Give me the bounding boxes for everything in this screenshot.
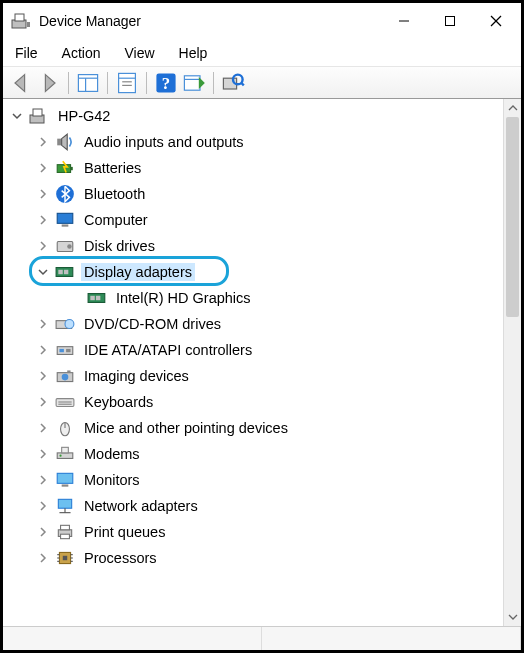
action-button[interactable] bbox=[182, 71, 206, 95]
tree-item[interactable]: Monitors bbox=[3, 467, 503, 493]
toolbar-separator bbox=[68, 72, 69, 94]
toolbar-separator bbox=[146, 72, 147, 94]
tree-item-label: Keyboards bbox=[81, 393, 156, 411]
vertical-scrollbar[interactable] bbox=[503, 99, 521, 626]
chevron-right-icon[interactable] bbox=[35, 550, 51, 566]
window-controls bbox=[381, 6, 519, 36]
tree-item[interactable]: Audio inputs and outputs bbox=[3, 129, 503, 155]
monitor-blue-icon bbox=[55, 211, 75, 229]
monitor-icon bbox=[55, 471, 75, 489]
tree-item[interactable]: Bluetooth bbox=[3, 181, 503, 207]
show-hide-console-tree-button[interactable] bbox=[76, 71, 100, 95]
optical-icon bbox=[55, 315, 75, 333]
scroll-up-button[interactable] bbox=[504, 99, 521, 117]
chevron-right-icon[interactable] bbox=[35, 342, 51, 358]
titlebar: Device Manager bbox=[3, 3, 521, 39]
speaker-icon bbox=[55, 133, 75, 151]
camera-icon bbox=[55, 367, 75, 385]
chevron-right-icon[interactable] bbox=[35, 186, 51, 202]
menu-help[interactable]: Help bbox=[167, 41, 220, 65]
cpu-icon bbox=[55, 549, 75, 567]
svg-rect-7 bbox=[78, 74, 97, 91]
scroll-down-button[interactable] bbox=[504, 608, 521, 626]
chevron-down-icon[interactable] bbox=[35, 264, 51, 280]
printer-icon bbox=[55, 523, 75, 541]
window-title: Device Manager bbox=[39, 13, 381, 29]
properties-button[interactable] bbox=[115, 71, 139, 95]
tree-item[interactable]: Keyboards bbox=[3, 389, 503, 415]
tree-root[interactable]: HP-G42 bbox=[3, 103, 503, 129]
bluetooth-icon bbox=[55, 185, 75, 203]
svg-point-43 bbox=[62, 374, 69, 381]
chevron-right-icon[interactable] bbox=[35, 212, 51, 228]
scan-hardware-button[interactable] bbox=[221, 71, 245, 95]
disk-icon bbox=[55, 237, 75, 255]
chevron-right-icon[interactable] bbox=[35, 134, 51, 150]
tree-item[interactable]: Mice and other pointing devices bbox=[3, 415, 503, 441]
svg-rect-59 bbox=[61, 525, 70, 529]
tree-item-label: Intel(R) HD Graphics bbox=[113, 289, 254, 307]
tree-area: HP-G42 Audio inputs and outputsBatteries… bbox=[3, 99, 521, 626]
tree-item-label: Batteries bbox=[81, 159, 144, 177]
tree-item[interactable]: Computer bbox=[3, 207, 503, 233]
tree-item-label: Monitors bbox=[81, 471, 143, 489]
chevron-down-icon[interactable] bbox=[9, 108, 25, 124]
chevron-right-icon[interactable] bbox=[35, 316, 51, 332]
chevron-right-icon[interactable] bbox=[35, 420, 51, 436]
device-tree[interactable]: HP-G42 Audio inputs and outputsBatteries… bbox=[3, 99, 503, 626]
scroll-thumb[interactable] bbox=[506, 117, 519, 317]
chevron-right-icon[interactable] bbox=[35, 160, 51, 176]
chevron-right-icon[interactable] bbox=[35, 368, 51, 384]
close-button[interactable] bbox=[473, 6, 519, 36]
tree-item[interactable]: Print queues bbox=[3, 519, 503, 545]
tree-item-label: Audio inputs and outputs bbox=[81, 133, 247, 151]
tree-item-label: Processors bbox=[81, 549, 160, 567]
svg-rect-2 bbox=[27, 22, 30, 27]
menu-file[interactable]: File bbox=[11, 41, 50, 65]
chevron-right-icon[interactable] bbox=[35, 524, 51, 540]
chevron-right-icon[interactable] bbox=[35, 472, 51, 488]
svg-rect-1 bbox=[15, 14, 24, 21]
svg-text:?: ? bbox=[162, 74, 170, 93]
svg-rect-25 bbox=[71, 167, 73, 170]
svg-point-51 bbox=[59, 455, 61, 457]
svg-rect-52 bbox=[62, 447, 69, 453]
tree-item[interactable]: Modems bbox=[3, 441, 503, 467]
battery-icon bbox=[55, 159, 75, 177]
svg-rect-53 bbox=[57, 473, 73, 483]
forward-button[interactable] bbox=[37, 71, 61, 95]
tree-item[interactable]: Disk drives bbox=[3, 233, 503, 259]
tree-item[interactable]: Imaging devices bbox=[3, 363, 503, 389]
chevron-right-icon[interactable] bbox=[35, 238, 51, 254]
chevron-right-icon[interactable] bbox=[35, 498, 51, 514]
svg-rect-40 bbox=[59, 349, 63, 352]
tree-item[interactable]: Intel(R) HD Graphics bbox=[3, 285, 503, 311]
menu-action[interactable]: Action bbox=[50, 41, 113, 65]
menu-view[interactable]: View bbox=[112, 41, 166, 65]
display-card-icon bbox=[55, 263, 75, 281]
chevron-right-icon[interactable] bbox=[35, 446, 51, 462]
tree-item[interactable]: Processors bbox=[3, 545, 503, 571]
help-button[interactable]: ? bbox=[154, 71, 178, 95]
chevron-right-icon[interactable] bbox=[35, 394, 51, 410]
tree-item[interactable]: DVD/CD-ROM drives bbox=[3, 311, 503, 337]
maximize-button[interactable] bbox=[427, 6, 473, 36]
svg-rect-23 bbox=[57, 139, 61, 146]
tree-item-label: Print queues bbox=[81, 523, 168, 541]
mouse-icon bbox=[55, 419, 75, 437]
content-area: HP-G42 Audio inputs and outputsBatteries… bbox=[3, 99, 521, 650]
minimize-button[interactable] bbox=[381, 6, 427, 36]
tree-item-label: IDE ATA/ATAPI controllers bbox=[81, 341, 255, 359]
svg-rect-4 bbox=[446, 17, 455, 26]
back-button[interactable] bbox=[9, 71, 33, 95]
svg-rect-41 bbox=[66, 349, 70, 352]
tree-item-label: Imaging devices bbox=[81, 367, 192, 385]
status-bar bbox=[3, 626, 521, 650]
modem-icon bbox=[55, 445, 75, 463]
tree-item[interactable]: Network adapters bbox=[3, 493, 503, 519]
tree-item[interactable]: Display adapters bbox=[3, 259, 503, 285]
tree-item[interactable]: Batteries bbox=[3, 155, 503, 181]
svg-point-30 bbox=[67, 244, 71, 248]
svg-rect-55 bbox=[58, 499, 71, 508]
tree-item[interactable]: IDE ATA/ATAPI controllers bbox=[3, 337, 503, 363]
